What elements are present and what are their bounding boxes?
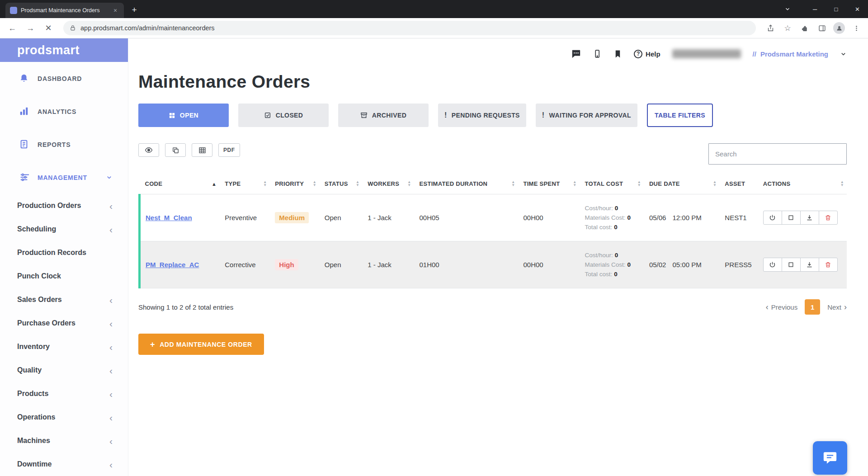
chevron-right-icon: › (844, 303, 847, 311)
start-order-button[interactable] (763, 211, 782, 225)
sort-carets-icon: ▲▼ (710, 181, 717, 187)
sort-carets-icon: ▲▼ (405, 181, 411, 187)
organization-switcher[interactable]: // Prodsmart Marketing (753, 50, 828, 58)
sidebar-item-production-records[interactable]: Production Records (0, 241, 128, 264)
sidebar-item-punch-clock[interactable]: Punch Clock (0, 264, 128, 288)
tab-waiting-for-approval[interactable]: ! WAITING FOR APPROVAL (536, 104, 637, 127)
cell-workers: 1 - Jack (362, 241, 414, 288)
cell-status: Open (319, 241, 362, 288)
cell-estimated-duration: 00H05 (414, 194, 518, 241)
column-header-status[interactable]: STATUS▲▼ (319, 174, 362, 194)
download-order-button[interactable] (800, 258, 819, 272)
column-header-estimated-duration[interactable]: ESTIMATED DURATION▲▼ (414, 174, 518, 194)
app-topbar: ? Help // Prodsmart Marketing (138, 38, 847, 66)
tab-search-chevron-icon[interactable] (784, 6, 791, 12)
tab-open[interactable]: OPEN (138, 104, 229, 127)
table-header-row: CODE▲ TYPE▲▼ PRIORITY▲▼ STATUS▲▼ WORKERS… (140, 174, 847, 194)
share-icon[interactable] (763, 21, 778, 35)
tab-pending-requests[interactable]: ! PENDING REQUESTS (438, 104, 526, 127)
column-header-total-cost[interactable]: TOTAL COST▲▼ (580, 174, 644, 194)
sidebar-item-production-orders[interactable]: Production Orders ‹ (0, 194, 128, 217)
mobile-phone-icon[interactable] (593, 49, 602, 59)
window-maximize-button[interactable]: □ (826, 0, 847, 18)
back-button[interactable]: ← (5, 20, 20, 36)
order-code-link[interactable]: Nest_M_Clean (146, 214, 192, 222)
table-row: PM_Replace_AC Corrective High Open 1 - J… (140, 241, 847, 288)
column-header-workers[interactable]: WORKERS▲▼ (362, 174, 414, 194)
sidebar-item-purchase-orders[interactable]: Purchase Orders ‹ (0, 311, 128, 335)
column-header-time-spent[interactable]: TIME SPENT▲▼ (518, 174, 579, 194)
tab-closed[interactable]: CLOSED (238, 104, 329, 127)
chevron-left-icon: ‹ (109, 201, 113, 211)
chat-bubble-icon[interactable] (571, 49, 581, 59)
copy-button[interactable] (165, 143, 186, 157)
sidebar-item-products[interactable]: Products ‹ (0, 382, 128, 405)
profile-avatar[interactable] (832, 21, 846, 35)
status-tabs: OPEN CLOSED ARCHIVED ! PENDING REQUESTS … (138, 104, 847, 127)
bookmark-star-icon[interactable]: ☆ (780, 21, 795, 35)
export-pdf-button[interactable]: PDF (218, 143, 240, 157)
stop-order-button[interactable] (782, 211, 801, 225)
previous-page-button[interactable]: ‹ Previous (766, 303, 797, 311)
sidebar-item-operations[interactable]: Operations ‹ (0, 405, 128, 429)
grid-icon (169, 112, 175, 119)
sidebar-item-downtime[interactable]: Downtime ‹ (0, 452, 128, 476)
browser-menu-kebab-icon[interactable] (849, 21, 863, 35)
stop-loading-button[interactable]: ✕ (41, 20, 56, 36)
sidebar-item-management[interactable]: MANAGEMENT (0, 161, 128, 194)
sidebar-item-label: MANAGEMENT (38, 174, 87, 181)
chat-widget-icon (822, 450, 838, 466)
sidebar-item-reports[interactable]: REPORTS (0, 128, 128, 161)
new-tab-button[interactable]: + (127, 3, 141, 17)
current-page-button[interactable]: 1 (805, 299, 820, 315)
add-maintenance-order-button[interactable]: + ADD MAINTENANCE ORDER (138, 334, 264, 355)
sidebar-item-analytics[interactable]: ANALYTICS (0, 95, 128, 128)
column-header-priority[interactable]: PRIORITY▲▼ (269, 174, 319, 194)
chevron-down-icon[interactable] (840, 51, 847, 57)
window-close-button[interactable]: ✕ (847, 0, 868, 18)
sidebar-item-sales-orders[interactable]: Sales Orders ‹ (0, 288, 128, 311)
visibility-columns-button[interactable] (138, 143, 159, 157)
maintenance-orders-table: CODE▲ TYPE▲▼ PRIORITY▲▼ STATUS▲▼ WORKERS… (138, 174, 847, 288)
browser-tab[interactable]: Prodsmart Maintenance Orders × (5, 3, 124, 18)
next-page-button[interactable]: Next › (827, 303, 847, 311)
prodsmart-logo[interactable]: prodsmart (0, 38, 128, 62)
extensions-puzzle-icon[interactable] (797, 21, 812, 35)
tab-archived[interactable]: ARCHIVED (338, 104, 429, 127)
column-header-code[interactable]: CODE▲ (140, 174, 220, 194)
site-security-icon[interactable] (70, 25, 76, 31)
sidebar-item-machines[interactable]: Machines ‹ (0, 429, 128, 452)
column-header-asset[interactable]: ASSET (719, 174, 757, 194)
order-code-link[interactable]: PM_Replace_AC (146, 261, 199, 269)
sidebar-item-dashboard[interactable]: DASHBOARD (0, 62, 128, 95)
window-minimize-button[interactable]: ─ (804, 0, 826, 18)
forward-button[interactable]: → (23, 20, 38, 36)
download-order-button[interactable] (800, 211, 819, 225)
cell-status: Open (319, 194, 362, 241)
delete-order-button[interactable] (819, 258, 838, 272)
column-header-type[interactable]: TYPE▲▼ (219, 174, 269, 194)
sidebar-item-inventory[interactable]: Inventory ‹ (0, 335, 128, 358)
cell-code: PM_Replace_AC (140, 241, 220, 288)
sidebar-item-scheduling[interactable]: Scheduling ‹ (0, 217, 128, 241)
address-bar[interactable]: app.prodsmart.com/admin/maintenanceorder… (63, 21, 756, 35)
sidebar-item-quality[interactable]: Quality ‹ (0, 358, 128, 382)
priority-badge: High (275, 259, 298, 270)
column-header-actions[interactable]: ACTIONS▲▼ (758, 174, 847, 194)
help-button[interactable]: ? Help (634, 50, 660, 58)
search-input[interactable] (708, 143, 847, 165)
start-order-button[interactable] (763, 258, 782, 272)
tab-close-icon[interactable]: × (111, 6, 119, 14)
chevron-down-icon (106, 174, 113, 181)
chat-widget-button[interactable] (813, 441, 847, 475)
stop-order-button[interactable] (782, 258, 801, 272)
column-header-due-date[interactable]: DUE DATE▲▼ (644, 174, 719, 194)
export-table-button[interactable] (192, 143, 212, 157)
delete-order-button[interactable] (819, 211, 838, 225)
table-row: Nest_M_Clean Preventive Medium Open 1 - … (140, 194, 847, 241)
sliders-icon (19, 172, 30, 183)
side-panel-icon[interactable] (815, 21, 829, 35)
page-title: Maintenance Orders (138, 72, 847, 92)
table-filters-button[interactable]: TABLE FILTERS (647, 104, 713, 127)
bookmark-icon[interactable] (613, 49, 622, 59)
